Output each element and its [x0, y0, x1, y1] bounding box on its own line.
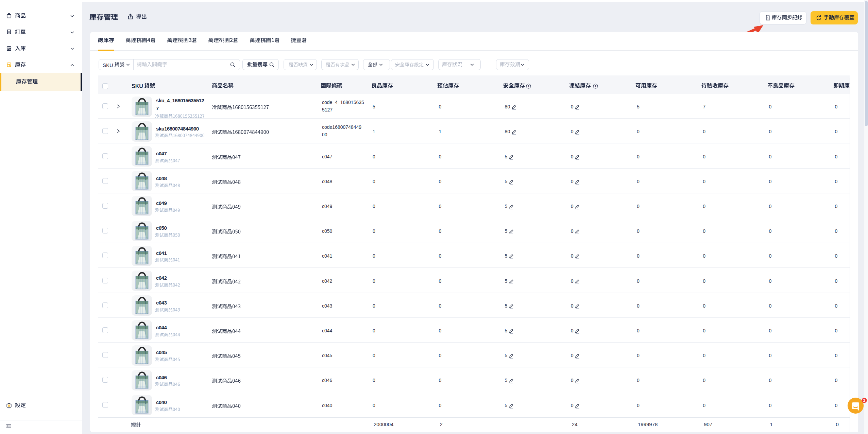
svg-text:?: ?	[594, 84, 596, 88]
svg-text:2: 2	[863, 398, 865, 402]
svg-text:?: ?	[528, 84, 530, 88]
